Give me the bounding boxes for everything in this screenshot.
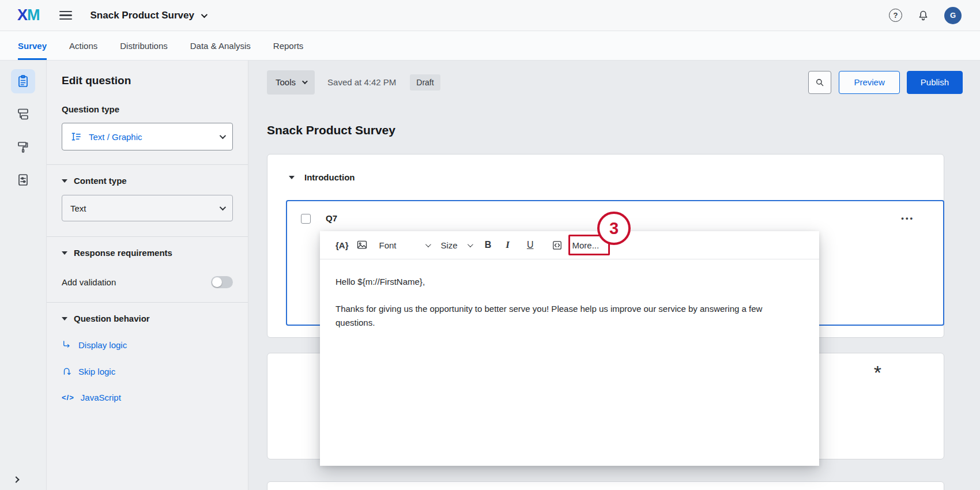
content-type-label: Content type	[74, 176, 127, 186]
help-glyph: ?	[894, 11, 898, 20]
text-graphic-icon	[70, 131, 82, 142]
panel-title: Edit question	[62, 74, 233, 87]
display-logic-label: Display logic	[78, 340, 127, 350]
collapse-triangle-icon	[62, 251, 67, 255]
question-id: Q7	[326, 213, 337, 223]
introduction-header[interactable]: Introduction	[267, 154, 944, 200]
editor-paragraph: Hello ${m://FirstName},	[336, 275, 804, 289]
image-icon	[356, 239, 368, 251]
tab-survey[interactable]: Survey	[18, 31, 47, 60]
javascript-link[interactable]: </> JavaScript	[62, 393, 233, 402]
tools-button[interactable]: Tools	[267, 70, 315, 95]
section-name: Introduction	[304, 172, 355, 182]
collapse-triangle-icon	[62, 179, 67, 183]
required-asterisk: *	[874, 361, 881, 384]
chevron-down-icon	[201, 11, 208, 17]
annotation-step-badge: 3	[597, 212, 631, 245]
underline-button[interactable]: U	[527, 240, 534, 250]
javascript-label: JavaScript	[81, 393, 121, 402]
avatar[interactable]: G	[944, 7, 962, 24]
help-icon[interactable]: ?	[889, 9, 902, 22]
primary-nav: Survey Actions Distributions Data & Anal…	[0, 31, 980, 61]
add-validation-label: Add validation	[62, 277, 116, 287]
response-requirements-section: Response requirements Add validation	[47, 236, 248, 288]
hamburger-menu-icon[interactable]	[59, 11, 72, 20]
skip-logic-label: Skip logic	[78, 367, 115, 376]
editor-paragraph: Thanks for giving us the opportunity to …	[336, 302, 804, 330]
rail-survey-options-icon[interactable]	[11, 168, 35, 192]
question-checkbox[interactable]	[301, 214, 311, 224]
content-type-value: Text	[70, 203, 86, 213]
content-type-dropdown[interactable]: Text	[62, 195, 233, 221]
logo-x: X	[17, 6, 27, 24]
notifications-bell-icon[interactable]	[917, 9, 929, 21]
rail-survey-builder-icon[interactable]	[11, 69, 35, 93]
xm-logo: XM	[17, 6, 40, 24]
survey-title: Snack Product Survey	[267, 123, 963, 137]
publish-button[interactable]: Publish	[907, 71, 963, 94]
rail-survey-flow-icon[interactable]	[11, 102, 35, 126]
insert-image-button[interactable]	[356, 239, 368, 251]
font-chevron-icon[interactable]	[425, 242, 431, 247]
bold-button[interactable]: B	[485, 240, 492, 250]
editor-text-area[interactable]: Hello ${m://FirstName}, Thanks for givin…	[320, 259, 819, 330]
size-dropdown[interactable]: Size	[441, 240, 458, 250]
collapse-triangle-icon	[62, 317, 67, 321]
logo-m: M	[27, 6, 40, 24]
question-more-icon[interactable]: •••	[901, 214, 914, 223]
draft-badge: Draft	[410, 74, 440, 91]
edit-question-panel: Edit question Question type Text / Graph…	[47, 61, 248, 490]
size-chevron-icon[interactable]	[468, 242, 473, 247]
rail-look-feel-icon[interactable]	[11, 135, 35, 159]
display-logic-link[interactable]: Display logic	[62, 340, 233, 350]
preview-button[interactable]: Preview	[839, 71, 899, 94]
tab-distributions[interactable]: Distributions	[120, 31, 168, 60]
response-requirements-label: Response requirements	[74, 248, 172, 258]
question-type-dropdown[interactable]: Text / Graphic	[62, 123, 233, 150]
skip-logic-link[interactable]: Skip logic	[62, 366, 233, 376]
response-requirements-header[interactable]: Response requirements	[62, 248, 233, 258]
piped-text-button[interactable]: {A}	[336, 240, 349, 250]
question-behavior-header[interactable]: Question behavior	[62, 314, 233, 323]
tab-data-analysis[interactable]: Data & Analysis	[190, 31, 251, 60]
question-behavior-section: Question behavior Display logic Skip log…	[47, 302, 248, 402]
topbar: XM Snack Product Survey ? G	[0, 0, 980, 31]
question-type-value: Text / Graphic	[89, 132, 142, 142]
add-validation-toggle[interactable]	[211, 276, 233, 288]
content-type-section: Content type Text	[47, 164, 248, 221]
project-title: Snack Product Survey	[91, 10, 194, 21]
saved-status: Saved at 4:42 PM	[327, 77, 396, 87]
chevron-down-icon	[220, 204, 226, 210]
avatar-letter: G	[950, 11, 956, 20]
annotation-step-number: 3	[609, 219, 619, 238]
display-logic-icon	[62, 340, 72, 350]
skip-logic-icon	[62, 366, 72, 376]
javascript-icon: </>	[62, 393, 74, 402]
tab-reports[interactable]: Reports	[273, 31, 304, 60]
chevron-down-icon	[302, 78, 308, 84]
tools-label: Tools	[276, 77, 296, 87]
question-type-label: Question type	[62, 104, 233, 114]
rail-expand-chevron-icon[interactable]	[13, 476, 19, 483]
tab-actions[interactable]: Actions	[69, 31, 97, 60]
content-type-header[interactable]: Content type	[62, 176, 233, 186]
left-icon-rail	[0, 61, 47, 490]
question-behavior-label: Question behavior	[74, 314, 150, 323]
rich-text-editor: {A} Font Size B I U More... Hello ${m://…	[320, 231, 819, 466]
chevron-down-icon	[220, 133, 226, 139]
italic-button[interactable]: I	[506, 239, 510, 251]
font-dropdown[interactable]: Font	[379, 240, 397, 250]
source-code-icon	[552, 240, 563, 251]
source-code-button[interactable]	[552, 240, 563, 251]
project-title-dropdown[interactable]: Snack Product Survey	[91, 10, 206, 21]
collapse-triangle-icon	[289, 176, 295, 179]
search-icon	[815, 77, 825, 88]
search-button[interactable]	[808, 71, 831, 94]
canvas-toolbar: Tools Saved at 4:42 PM Draft Preview Pub…	[267, 70, 963, 95]
following-question-block[interactable]	[267, 481, 944, 490]
